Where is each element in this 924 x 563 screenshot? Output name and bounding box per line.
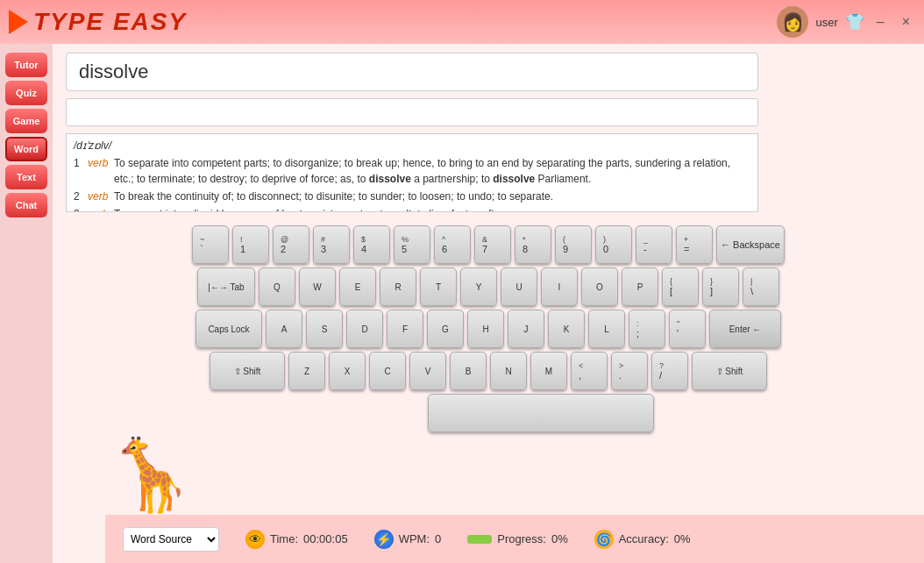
key-p[interactable]: P: [622, 267, 658, 306]
key-row-3: Caps Lock A S D F G H J K L :; "' Enter …: [195, 310, 781, 348]
dict-entry-1: 1 verb To separate into competent parts;…: [74, 155, 750, 187]
sidebar-item-text[interactable]: Text: [5, 165, 47, 189]
key-bracket-right[interactable]: }]: [702, 267, 739, 306]
key-4[interactable]: $4: [353, 225, 390, 264]
key-2[interactable]: @2: [273, 225, 309, 264]
key-w[interactable]: W: [299, 267, 336, 306]
word-source-select[interactable]: Word Source Dictionary Custom: [123, 527, 219, 552]
accuracy-value: 0%: [674, 532, 691, 545]
avatar: 👩: [777, 6, 808, 38]
key-9[interactable]: (9: [555, 225, 592, 264]
key-q[interactable]: Q: [259, 267, 295, 306]
key-v[interactable]: V: [409, 352, 446, 390]
sidebar-item-chat[interactable]: Chat: [5, 193, 47, 217]
key-backslash[interactable]: |\: [743, 267, 779, 306]
content-area: dissolve /dɪˈzɒlv/ 1 verb To separate in…: [53, 44, 924, 563]
progress-value: 0%: [551, 532, 568, 545]
key-period[interactable]: >.: [611, 352, 648, 390]
key-s[interactable]: S: [306, 310, 343, 348]
accuracy-label: Accuracy:: [619, 532, 669, 545]
key-a[interactable]: A: [266, 310, 302, 348]
time-icon: 👁: [245, 530, 265, 549]
key-1[interactable]: !1: [232, 225, 269, 264]
key-5[interactable]: %5: [394, 225, 430, 264]
logo-area: TYPE EASY: [9, 8, 187, 36]
key-row-2: |←→ Tab Q W E R T Y U I O P {[ }] |\: [197, 267, 779, 306]
keyboard-area: ~` !1 @2 #3 $4 %5 ^6 &7 *8 (9 )0 _- += ←…: [66, 225, 911, 432]
wpm-value: 0: [435, 532, 441, 545]
dictionary-panel: /dɪˈzɒlv/ 1 verb To separate into compet…: [66, 133, 758, 212]
key-e[interactable]: E: [339, 267, 376, 306]
key-j[interactable]: J: [508, 310, 544, 348]
key-i[interactable]: I: [541, 267, 578, 306]
stat-progress: Progress: 0%: [467, 532, 567, 545]
key-row-5: [428, 394, 654, 432]
key-b[interactable]: B: [450, 352, 487, 390]
sidebar-item-game[interactable]: Game: [5, 109, 47, 133]
key-h[interactable]: H: [467, 310, 504, 348]
giraffe-decoration: 🦒: [107, 440, 142, 510]
key-tilde[interactable]: ~`: [192, 225, 229, 264]
key-c[interactable]: C: [369, 352, 406, 390]
close-button[interactable]: ×: [897, 12, 915, 32]
wpm-label: WPM:: [399, 532, 430, 545]
key-shift-right[interactable]: ⇧ Shift: [692, 352, 767, 390]
key-minus[interactable]: _-: [636, 225, 672, 264]
word-display: dissolve: [66, 53, 758, 91]
key-row-1: ~` !1 @2 #3 $4 %5 ^6 &7 *8 (9 )0 _- += ←…: [192, 225, 785, 264]
shirt-icon: 👕: [845, 12, 864, 32]
stat-wpm: ⚡ WPM: 0: [374, 530, 442, 549]
key-7[interactable]: &7: [474, 225, 511, 264]
key-space[interactable]: [428, 394, 654, 432]
dict-entry-3: 3 verb To convert into a liquid by means…: [74, 206, 750, 212]
key-o[interactable]: O: [581, 267, 618, 306]
key-6[interactable]: ^6: [434, 225, 471, 264]
key-f[interactable]: F: [387, 310, 423, 348]
key-r[interactable]: R: [380, 267, 416, 306]
sidebar-item-tutor[interactable]: Tutor: [5, 53, 47, 77]
key-l[interactable]: L: [588, 310, 625, 348]
key-t[interactable]: T: [420, 267, 457, 306]
header: TYPE EASY 👩 user 👕 – ×: [0, 0, 924, 44]
key-backspace[interactable]: ← Backspace: [716, 225, 785, 264]
main-container: Tutor Quiz Game Word Text Chat dissolve …: [0, 44, 924, 563]
key-d[interactable]: D: [346, 310, 383, 348]
sidebar-item-word[interactable]: Word: [5, 137, 47, 161]
key-x[interactable]: X: [329, 352, 366, 390]
key-row-4: ⇧ Shift Z X C V B N M <, >. ?/ ⇧ Shift: [210, 352, 767, 390]
key-0[interactable]: )0: [595, 225, 632, 264]
key-z[interactable]: Z: [288, 352, 325, 390]
wpm-icon: ⚡: [374, 530, 394, 549]
key-quote[interactable]: "': [669, 310, 706, 348]
typing-input[interactable]: [66, 98, 758, 126]
key-tab[interactable]: |←→ Tab: [197, 267, 255, 306]
phonetic: /dɪˈzɒlv/: [74, 138, 750, 153]
bottom-bar: Word Source Dictionary Custom 👁 Time: 00…: [105, 515, 924, 563]
logo-triangle-icon: [9, 10, 28, 34]
key-8[interactable]: *8: [515, 225, 551, 264]
progress-label: Progress:: [497, 532, 546, 545]
key-n[interactable]: N: [490, 352, 527, 390]
key-k[interactable]: K: [548, 310, 585, 348]
key-equals[interactable]: +=: [676, 225, 713, 264]
accuracy-icon: 🌀: [594, 530, 614, 549]
sidebar-item-quiz[interactable]: Quiz: [5, 81, 47, 105]
stat-time: 👁 Time: 00:00:05: [245, 530, 348, 549]
key-shift-left[interactable]: ⇧ Shift: [210, 352, 285, 390]
sidebar: Tutor Quiz Game Word Text Chat: [0, 44, 53, 563]
key-slash[interactable]: ?/: [651, 352, 688, 390]
stat-accuracy: 🌀 Accuracy: 0%: [594, 530, 691, 549]
key-u[interactable]: U: [501, 267, 537, 306]
key-g[interactable]: G: [427, 310, 464, 348]
word-source-dropdown: Word Source Dictionary Custom: [123, 527, 219, 552]
key-caps-lock[interactable]: Caps Lock: [195, 310, 262, 348]
key-enter[interactable]: Enter ←: [709, 310, 781, 348]
key-m[interactable]: M: [530, 352, 567, 390]
key-bracket-left[interactable]: {[: [662, 267, 699, 306]
key-semicolon[interactable]: :;: [629, 310, 665, 348]
key-comma[interactable]: <,: [571, 352, 608, 390]
key-y[interactable]: Y: [460, 267, 497, 306]
minimize-button[interactable]: –: [871, 12, 890, 32]
key-3[interactable]: #3: [313, 225, 350, 264]
app-title: TYPE EASY: [33, 8, 187, 36]
